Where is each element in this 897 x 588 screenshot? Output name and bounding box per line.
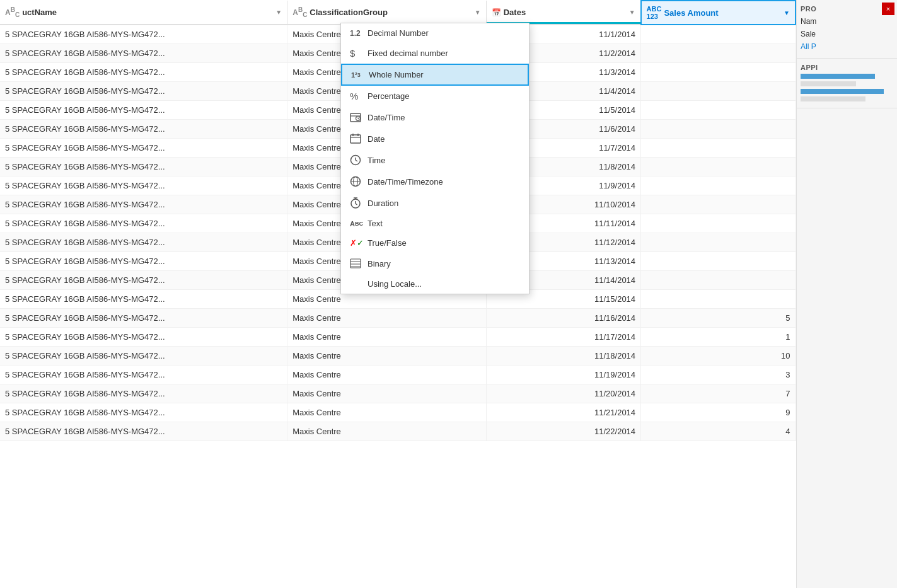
cell-product: 5 SPACEGRAY 16GB AI586-MYS-MG472... bbox=[0, 251, 287, 270]
dropdown-item-using-locale[interactable]: Using Locale... bbox=[341, 274, 529, 294]
pro-sales-row: Sale bbox=[801, 28, 893, 40]
binary-icon bbox=[350, 258, 367, 269]
dropdown-item-date[interactable]: Date bbox=[341, 128, 529, 149]
time-icon bbox=[350, 154, 367, 166]
cell-date: 11/19/2014 bbox=[486, 365, 640, 384]
right-panel: PRO Nam Sale All P APPI × bbox=[796, 0, 897, 588]
cell-date: 11/16/2014 bbox=[486, 308, 640, 327]
cell-product: 5 SPACEGRAY 16GB AI586-MYS-MG472... bbox=[0, 214, 287, 233]
cell-sales bbox=[641, 62, 796, 81]
cell-date: 11/18/2014 bbox=[486, 346, 640, 365]
product-col-icon: ABC bbox=[5, 6, 20, 18]
cell-sales bbox=[641, 138, 796, 157]
dates-col-label: Dates bbox=[504, 8, 627, 17]
true-false-label: True/False bbox=[367, 238, 520, 248]
cell-sales: 5 bbox=[641, 308, 796, 327]
cell-class: Maxis Centre bbox=[287, 346, 487, 365]
date-label: Date bbox=[367, 134, 520, 144]
time-label: Time bbox=[367, 156, 520, 165]
cell-class: Maxis Centre bbox=[287, 422, 487, 441]
datetime-timezone-label: Date/Time/Timezone bbox=[367, 177, 520, 187]
pro-title: PRO bbox=[801, 5, 893, 13]
product-col-label: uctName bbox=[22, 8, 273, 17]
svg-line-11 bbox=[356, 160, 357, 161]
cell-sales: 3 bbox=[641, 365, 796, 384]
dropdown-item-binary[interactable]: Binary bbox=[341, 253, 529, 274]
pro-name-label: Nam bbox=[801, 17, 816, 26]
dropdown-item-duration[interactable]: Duration bbox=[341, 192, 529, 214]
cell-sales bbox=[641, 233, 796, 251]
datetime-timezone-icon bbox=[350, 176, 367, 187]
dropdown-item-datetime[interactable]: Date/Time bbox=[341, 107, 529, 128]
using-locale-label: Using Locale... bbox=[367, 279, 520, 289]
cell-product: 5 SPACEGRAY 16GB AI586-MYS-MG472... bbox=[0, 384, 287, 403]
column-header-sales[interactable]: ABC123 Sales Amount ▼ bbox=[641, 1, 796, 25]
dropdown-item-text[interactable]: ABC Text bbox=[341, 214, 529, 233]
dropdown-item-true-false[interactable]: ✗✓ True/False bbox=[341, 233, 529, 253]
pro-sales-label: Sale bbox=[801, 30, 816, 38]
applied-title: APPI bbox=[801, 64, 893, 71]
cell-product: 5 SPACEGRAY 16GB AI586-MYS-MG472... bbox=[0, 308, 287, 327]
duration-label: Duration bbox=[367, 199, 520, 208]
duration-icon bbox=[350, 197, 367, 209]
applied-bar-3 bbox=[801, 89, 884, 94]
table-row: 5 SPACEGRAY 16GB AI586-MYS-MG472...Maxis… bbox=[0, 422, 796, 441]
decimal-icon: 1.2 bbox=[350, 29, 367, 38]
table-row: 5 SPACEGRAY 16GB AI586-MYS-MG472...Maxis… bbox=[0, 327, 796, 346]
table-row: 5 SPACEGRAY 16GB AI586-MYS-MG472...Maxis… bbox=[0, 308, 796, 327]
cell-sales bbox=[641, 176, 796, 195]
cell-sales bbox=[641, 251, 796, 270]
column-header-dates[interactable]: 📅 Dates ▼ bbox=[486, 1, 640, 25]
column-header-product[interactable]: ABC uctName ▼ bbox=[0, 1, 287, 25]
class-col-arrow[interactable]: ▼ bbox=[475, 9, 481, 16]
applied-bar-1 bbox=[801, 74, 875, 79]
cell-product: 5 SPACEGRAY 16GB AI586-MYS-MG472... bbox=[0, 403, 287, 422]
dropdown-item-datetime-timezone[interactable]: Date/Time/Timezone bbox=[341, 171, 529, 192]
close-button[interactable]: × bbox=[882, 3, 894, 15]
cell-product: 5 SPACEGRAY 16GB AI586-MYS-MG472... bbox=[0, 233, 287, 251]
dropdown-item-whole[interactable]: 1²3 Whole Number bbox=[341, 64, 529, 86]
class-col-label: ClassificationGroup bbox=[310, 8, 472, 17]
svg-line-4 bbox=[358, 118, 359, 119]
cell-product: 5 SPACEGRAY 16GB AI586-MYS-MG472... bbox=[0, 62, 287, 81]
cell-date: 11/21/2014 bbox=[486, 403, 640, 422]
pro-name-row: Nam bbox=[801, 15, 893, 28]
cell-product: 5 SPACEGRAY 16GB AI586-MYS-MG472... bbox=[0, 422, 287, 441]
dates-col-arrow[interactable]: ▼ bbox=[629, 9, 635, 16]
cell-class: Maxis Centre bbox=[287, 327, 487, 346]
percentage-label: Percentage bbox=[367, 91, 520, 101]
table-area: ABC uctName ▼ ABC ClassificationGroup ▼ bbox=[0, 0, 796, 588]
cell-product: 5 SPACEGRAY 16GB AI586-MYS-MG472... bbox=[0, 270, 287, 289]
cell-sales: 9 bbox=[641, 403, 796, 422]
dates-col-icon: 📅 bbox=[492, 8, 501, 17]
dropdown-item-decimal[interactable]: 1.2 Decimal Number bbox=[341, 23, 529, 43]
dropdown-item-percentage[interactable]: % Percentage bbox=[341, 86, 529, 107]
cell-sales bbox=[641, 214, 796, 233]
cell-product: 5 SPACEGRAY 16GB AI586-MYS-MG472... bbox=[0, 81, 287, 100]
applied-section: APPI bbox=[797, 59, 897, 108]
datetime-label: Date/Time bbox=[367, 113, 520, 122]
cell-product: 5 SPACEGRAY 16GB AI586-MYS-MG472... bbox=[0, 346, 287, 365]
column-header-class[interactable]: ABC ClassificationGroup ▼ bbox=[287, 1, 487, 25]
sales-col-arrow[interactable]: ▼ bbox=[784, 9, 790, 16]
whole-number-label: Whole Number bbox=[369, 70, 519, 79]
fixed-decimal-icon: $ bbox=[350, 48, 367, 59]
dropdown-item-time[interactable]: Time bbox=[341, 149, 529, 171]
product-col-arrow[interactable]: ▼ bbox=[275, 9, 282, 16]
cell-sales: 1 bbox=[641, 327, 796, 346]
cell-product: 5 SPACEGRAY 16GB AI586-MYS-MG472... bbox=[0, 138, 287, 157]
cell-product: 5 SPACEGRAY 16GB AI586-MYS-MG472... bbox=[0, 25, 287, 43]
table-row: 5 SPACEGRAY 16GB AI586-MYS-MG472...Maxis… bbox=[0, 403, 796, 422]
fixed-decimal-label: Fixed decimal number bbox=[367, 49, 520, 58]
percentage-icon: % bbox=[350, 91, 367, 101]
cell-product: 5 SPACEGRAY 16GB AI586-MYS-MG472... bbox=[0, 195, 287, 214]
svg-rect-5 bbox=[350, 135, 361, 143]
cell-sales bbox=[641, 100, 796, 119]
true-false-icon: ✗✓ bbox=[350, 238, 367, 248]
cell-product: 5 SPACEGRAY 16GB AI586-MYS-MG472... bbox=[0, 157, 287, 176]
cell-product: 5 SPACEGRAY 16GB AI586-MYS-MG472... bbox=[0, 365, 287, 384]
cell-sales bbox=[641, 43, 796, 62]
dropdown-item-fixed-decimal[interactable]: $ Fixed decimal number bbox=[341, 43, 529, 64]
text-icon: ABC bbox=[350, 220, 367, 228]
all-label-row[interactable]: All P bbox=[801, 40, 893, 53]
